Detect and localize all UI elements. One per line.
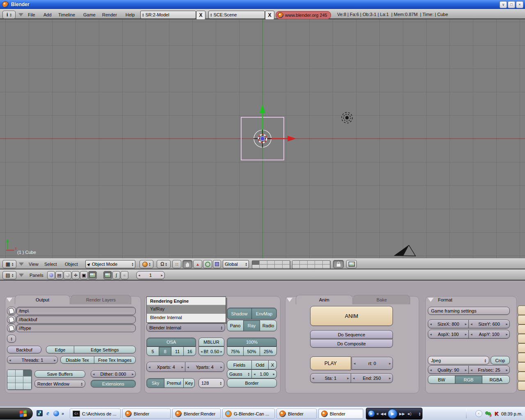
minimize-button[interactable]: ∨: [500, 1, 507, 8]
media-player-toolbar[interactable]: ▶ ■ ◀◀ ▶ ▶▶ ◄) ▴▾: [366, 408, 422, 420]
anim-panel-collapse-icon[interactable]: [287, 298, 292, 302]
radio-toggle[interactable]: Radio: [260, 320, 277, 331]
manipulator-y-arrowhead[interactable]: [260, 105, 265, 113]
end-frame-stepper[interactable]: ◂End: 250▸: [351, 373, 393, 383]
restore-button[interactable]: □: [508, 1, 515, 8]
xparts-decrement[interactable]: ◂: [148, 365, 151, 369]
tab-bake[interactable]: Bake: [353, 295, 410, 304]
scene-link-stepper[interactable]: ▴▾: [7, 335, 16, 343]
rt-increment[interactable]: ▸: [389, 361, 391, 365]
edge-toggle[interactable]: Edge: [46, 346, 74, 354]
hidden-icons-chevron[interactable]: ‹: [475, 410, 482, 417]
frame-decrement[interactable]: ◂: [138, 273, 140, 277]
dither-decrement[interactable]: ◂: [93, 372, 95, 376]
translate-manipulator-toggle[interactable]: ▲: [193, 260, 202, 268]
sizex-increment[interactable]: ▸: [465, 322, 467, 326]
scene-delete-button[interactable]: X: [265, 11, 274, 20]
menu-object[interactable]: Object: [65, 260, 78, 268]
lamp-object[interactable]: [345, 116, 349, 119]
render-path-field[interactable]: /tmp\: [16, 307, 136, 315]
sizey-increment[interactable]: ▸: [506, 322, 508, 326]
extensions-toggle[interactable]: Extensions: [91, 380, 136, 388]
rotate-manipulator-toggle[interactable]: [203, 260, 212, 268]
osa-8-button[interactable]: 8: [159, 347, 171, 356]
anim-render-button[interactable]: ANIM: [310, 306, 393, 326]
task-item-firefox[interactable]: G-Blender-Can ...: [222, 409, 275, 419]
header-collapse-toggle[interactable]: [18, 11, 23, 19]
aspx-stepper[interactable]: ◂AspX: 100▸: [428, 330, 469, 339]
fields-x-toggle[interactable]: X: [268, 360, 277, 370]
xparts-increment[interactable]: ▸: [181, 365, 183, 369]
aspy-decrement[interactable]: ◂: [470, 332, 472, 336]
version-badge[interactable]: www.blender.org 245: [276, 11, 331, 19]
network-users-tray-icon[interactable]: ✗: [485, 411, 492, 417]
mblur-toggle[interactable]: MBLUR: [199, 338, 224, 347]
start-button[interactable]: [0, 408, 33, 420]
volume-icon[interactable]: ◄): [406, 412, 411, 416]
tab-anim[interactable]: Anim: [296, 295, 353, 304]
rt-stepper[interactable]: ◂rt: 0▸: [352, 357, 393, 370]
context-editing-button[interactable]: ▣: [80, 271, 88, 279]
subcontext-sequencer-button[interactable]: ∫: [112, 271, 120, 279]
context-script-button[interactable]: ▤: [55, 271, 63, 279]
frame-increment[interactable]: ▸: [161, 273, 163, 277]
yparts-stepper[interactable]: ◂Yparts: 4▸: [185, 362, 224, 372]
start-frame-stepper[interactable]: ◂Sta: 1▸: [310, 373, 351, 383]
pano-toggle[interactable]: Pano: [227, 320, 244, 331]
filter-size-decrement[interactable]: ◂: [253, 372, 256, 376]
yparts-decrement[interactable]: ◂: [187, 365, 189, 369]
shadow-toggle[interactable]: Shadow: [227, 308, 252, 320]
quality-increment[interactable]: ▸: [465, 368, 467, 372]
menu-help[interactable]: Help: [126, 11, 135, 19]
threads-increment[interactable]: ▸: [54, 358, 56, 362]
menu-file[interactable]: File: [28, 11, 35, 19]
context-scene-button[interactable]: [88, 271, 97, 279]
pivot-selector[interactable]: Ω ▴▾: [157, 260, 171, 268]
yparts-increment[interactable]: ▸: [220, 365, 222, 369]
context-shading-button[interactable]: [64, 271, 71, 279]
size-50-button[interactable]: 50%: [243, 347, 260, 356]
quicklaunch-ie-icon[interactable]: e: [44, 410, 51, 417]
cutoff-panel-button[interactable]: [518, 315, 525, 324]
render-display-selector[interactable]: Render Window▴▾: [34, 380, 85, 388]
vp-collapse-toggle[interactable]: [19, 260, 24, 268]
rgb-toggle[interactable]: RGB: [455, 375, 482, 384]
ftype-path-field[interactable]: //ftype: [16, 324, 136, 332]
scale-manipulator-toggle[interactable]: [213, 260, 221, 268]
render-display-placement[interactable]: [7, 370, 32, 390]
format-panel-collapse-icon[interactable]: [428, 298, 434, 302]
task-item-blender-1[interactable]: Blender: [122, 409, 171, 419]
tab-render-layers[interactable]: Render Layers: [71, 295, 131, 304]
filter-size-increment[interactable]: ▸: [273, 372, 275, 376]
odd-toggle[interactable]: Odd: [251, 360, 269, 370]
size-100-button[interactable]: 100%: [227, 338, 277, 347]
window-type-button[interactable]: i ▴▾: [2, 11, 16, 19]
menu-item-yafray[interactable]: YafRay: [147, 305, 226, 314]
render-this-window-button[interactable]: [346, 260, 357, 268]
menu-select[interactable]: Select: [44, 260, 57, 268]
manipulator-toggle[interactable]: [183, 260, 192, 268]
cutoff-panel-button[interactable]: [518, 372, 525, 381]
subcontext-render-button[interactable]: [103, 271, 112, 279]
task-item-blender-2[interactable]: Blender: [276, 409, 317, 419]
save-buffers-toggle[interactable]: Save Buffers: [34, 370, 85, 378]
bf-stepper[interactable]: ◂Bf: 0.50▸: [199, 347, 224, 356]
aspx-decrement[interactable]: ◂: [430, 332, 432, 336]
scene-selector[interactable]: ▴▾ SCE:Scene: [208, 11, 265, 19]
editor-type-button-2[interactable]: ▤ ▴▾: [2, 271, 16, 279]
ftype-path-icon-button[interactable]: [7, 324, 16, 332]
aspx-increment[interactable]: ▸: [465, 332, 467, 336]
taskbar-clock[interactable]: 08:39 p.m.: [501, 411, 523, 416]
sta-decrement[interactable]: ◂: [312, 376, 314, 380]
edge-settings-button[interactable]: Edge Settings: [74, 346, 136, 354]
threads-decrement[interactable]: ◂: [9, 358, 11, 362]
osa-11-button[interactable]: 11: [171, 347, 184, 356]
panels-menu[interactable]: Panels: [30, 271, 43, 279]
play-button[interactable]: PLAY: [310, 356, 351, 370]
bf-increment[interactable]: ▸: [220, 349, 222, 354]
fps-increment[interactable]: ▸: [506, 368, 508, 372]
tab-output[interactable]: Output: [15, 295, 70, 304]
quicklaunch-app-icon[interactable]: ▞: [36, 410, 43, 417]
frame-number-field[interactable]: ◂ 1 ▸: [136, 271, 165, 279]
aspy-stepper[interactable]: ◂AspY: 100▸: [468, 330, 510, 339]
